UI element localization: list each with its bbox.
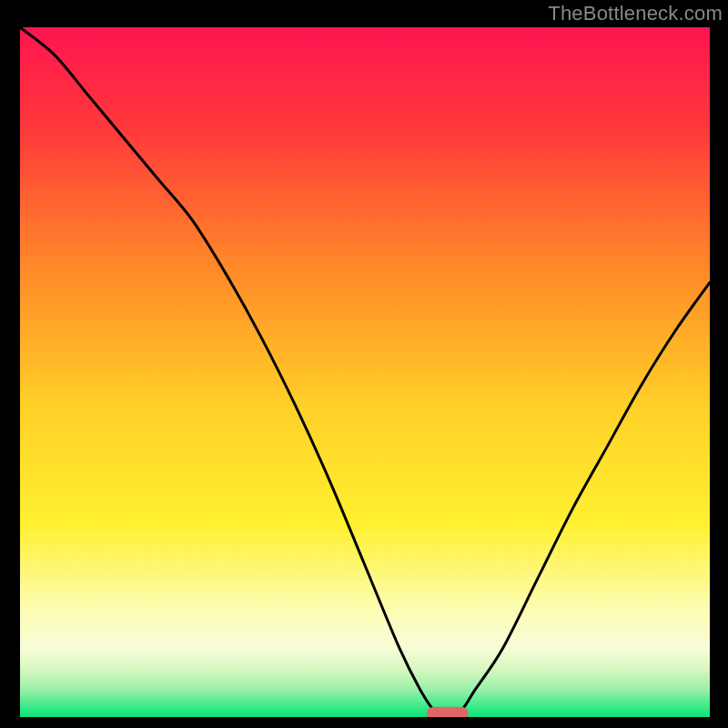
bottleneck-marker: [427, 707, 468, 717]
watermark-label: TheBottleneck.com: [548, 2, 723, 25]
chart-frame: TheBottleneck.com: [0, 0, 728, 728]
gradient-background: [20, 27, 710, 717]
plot-area: [20, 27, 710, 717]
plot-svg: [20, 27, 710, 717]
